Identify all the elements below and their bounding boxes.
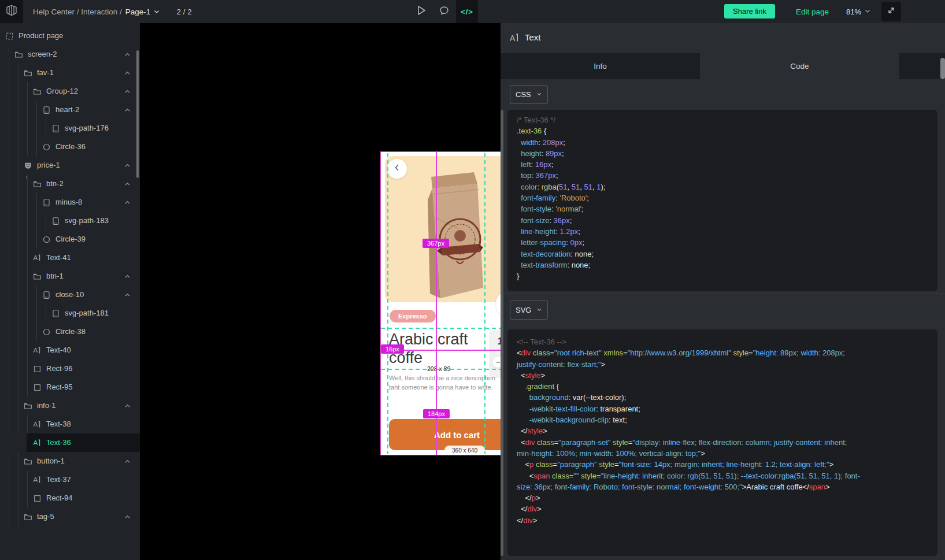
product-description: Well, this should be a nice description … (389, 374, 495, 392)
css-format-dropdown[interactable]: CSS (510, 85, 548, 104)
layer-row-close-10[interactable]: close-10 (0, 285, 140, 304)
layer-label: svg-path-176 (65, 119, 109, 138)
code-scrollbar[interactable] (501, 110, 503, 556)
code-line: color: rgba(51, 51, 51, 1); (517, 181, 605, 192)
layer-row-Circle-39[interactable]: Circle-39 (0, 230, 140, 249)
chevron-down-icon (536, 90, 542, 99)
layer-row-minus-8[interactable]: minus-8 (0, 193, 140, 212)
collapse-chevron-icon[interactable] (124, 69, 132, 77)
layer-row-Text-40[interactable]: AText-40 (0, 341, 140, 359)
tab-info[interactable]: Info (501, 53, 700, 79)
folder-icon (14, 50, 23, 59)
layer-label: Circle-36 (55, 138, 86, 156)
product-title: Arabic craft coffe (389, 330, 490, 367)
layer-row-fav-1[interactable]: fav-1 (0, 64, 140, 82)
layer-row-Rect-96[interactable]: Rect-96 (0, 359, 140, 378)
inspector-panel: A Text Info Code CSS /* Text-36 */.text-… (501, 23, 945, 560)
zoom-control[interactable]: 81% (846, 0, 871, 23)
code-line: size: 36px; font-family: Roboto; font-st… (517, 481, 860, 492)
chevron-down-icon (864, 8, 871, 16)
code-line: </div> (517, 503, 860, 514)
breadcrumb-page-name[interactable]: Page-1 (125, 8, 151, 16)
layer-row-svg-path-183[interactable]: svg-path-183 (0, 212, 140, 230)
rect-icon (32, 494, 42, 503)
chevron-down-icon[interactable] (153, 8, 160, 15)
code-line: <div class="paragraph-set" style="displa… (517, 437, 860, 448)
collapse-chevron-icon[interactable] (124, 402, 132, 410)
collapse-chevron-icon[interactable] (124, 161, 132, 169)
file-icon (51, 124, 60, 133)
back-button[interactable] (387, 159, 407, 179)
breadcrumb-prefix[interactable]: Help Center / Interaction / (33, 8, 122, 16)
layer-row-svg-path-181[interactable]: svg-path-181 (0, 304, 140, 322)
code-line: <div class="root rich-text" xmlns="http:… (517, 347, 860, 358)
layer-row-screen-2[interactable]: screen-2 (0, 45, 140, 64)
layer-label: Rect-96 (46, 359, 73, 378)
layer-row-Text-37[interactable]: AText-37 (0, 470, 140, 489)
layer-row-btn-2[interactable]: btn-2 (0, 175, 140, 193)
collapse-chevron-icon[interactable] (124, 87, 132, 95)
collapse-chevron-icon[interactable] (124, 457, 132, 465)
layer-row-Text-38[interactable]: AText-38 (0, 415, 140, 433)
layer-label: price-1 (37, 156, 60, 175)
code-line: <span class="" style="line-height: inher… (517, 470, 860, 481)
folder-icon (23, 457, 32, 466)
layer-row-Group-12[interactable]: Group-12 (0, 82, 140, 101)
layer-row-info-1[interactable]: info-1 (0, 396, 140, 415)
category-tag[interactable]: Expresso (390, 310, 436, 322)
collapse-chevron-icon[interactable] (124, 513, 132, 521)
artboard-size-value: 360 x 640 (452, 447, 477, 454)
code-line: left: 16px; (517, 159, 605, 170)
collapse-chevron-icon[interactable] (124, 180, 132, 188)
collapse-chevron-icon[interactable] (124, 291, 132, 299)
layer-row-button-1[interactable]: button-1 (0, 452, 140, 470)
frame-icon (5, 31, 14, 40)
collapse-chevron-icon[interactable] (124, 198, 132, 206)
layer-row-btn-1[interactable]: btn-1 (0, 267, 140, 285)
css-code[interactable]: /* Text-36 */.text-36 { width: 208px; he… (517, 114, 605, 281)
canvas[interactable]: ⋮ Expresso Arabic craft coffe 208 x 89 1… (140, 23, 501, 560)
layer-row-Circle-36[interactable]: Circle-36 (0, 138, 140, 156)
code-mode-button[interactable]: </> (456, 0, 478, 23)
tab-code[interactable]: Code (700, 53, 899, 79)
description-line1: Well, this should be a nice description (389, 374, 495, 383)
svg-code[interactable]: <!-- Text-36 --><div class="root rich-te… (517, 336, 860, 526)
layer-row-Rect-94[interactable]: Rect-94 (0, 489, 140, 507)
layer-row-tag-5[interactable]: tag-5 (0, 507, 140, 526)
collapse-chevron-icon[interactable] (124, 50, 132, 58)
layer-row-Product page[interactable]: Product page (0, 27, 140, 45)
fullscreen-button[interactable] (881, 2, 901, 21)
edit-page-link[interactable]: Edit page (796, 0, 829, 23)
file-icon (42, 105, 51, 114)
panel-scrollbar-thumb[interactable] (940, 58, 945, 79)
rect-icon (32, 383, 42, 392)
svg-format-dropdown[interactable]: SVG (510, 301, 548, 320)
layer-row-Text-41[interactable]: AText-41 (0, 249, 140, 267)
play-button[interactable] (413, 0, 430, 23)
code-line: </style> (517, 425, 860, 436)
share-link-button[interactable]: Share link (724, 4, 775, 18)
layer-label: minus-8 (55, 193, 82, 212)
layer-row-Circle-38[interactable]: Circle-38 (0, 322, 140, 341)
product-title-line2: coffe (389, 348, 490, 367)
collapse-chevron-icon[interactable] (124, 272, 132, 280)
app-logo[interactable] (0, 0, 23, 23)
measure-label-367: 367px (423, 239, 449, 248)
code-line: .gradient { (517, 381, 860, 392)
tab-info-label: Info (594, 62, 607, 71)
layer-row-Text-36[interactable]: AText-36 (27, 433, 140, 452)
layer-row-Rect-95[interactable]: Rect-95 (0, 378, 140, 396)
folder-icon (23, 68, 32, 77)
breadcrumb: Help Center / Interaction / Page-1 2 / 2 (33, 0, 192, 23)
layer-label: svg-path-181 (65, 304, 109, 322)
code-line: </div> (517, 515, 860, 526)
collapse-chevron-icon[interactable] (124, 106, 132, 114)
rect-icon (32, 364, 42, 373)
layer-row-heart-2[interactable]: heart-2 (0, 101, 140, 119)
sidebar-scrollbar[interactable] (136, 50, 139, 178)
category-tag-label: Expresso (398, 313, 427, 320)
layer-row-price-1[interactable]: price-1↑ (0, 156, 140, 175)
layer-label: Rect-95 (46, 378, 73, 396)
layer-row-svg-path-176[interactable]: svg-path-176 (0, 119, 140, 138)
comment-button[interactable] (435, 0, 453, 23)
